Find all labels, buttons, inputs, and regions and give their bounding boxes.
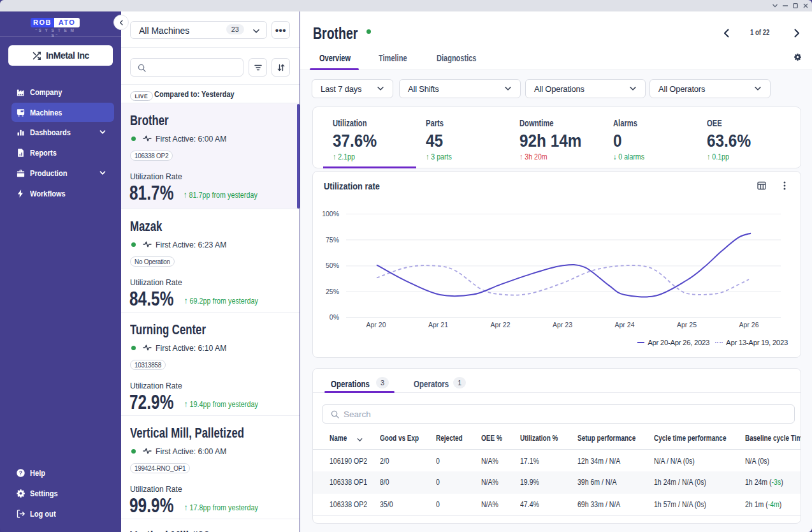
svg-text:Apr 26: Apr 26 — [739, 321, 759, 329]
svg-text:Apr 22: Apr 22 — [491, 321, 511, 329]
svg-text:75%: 75% — [326, 236, 339, 244]
svg-text:0%: 0% — [330, 313, 339, 321]
svg-text:50%: 50% — [326, 262, 339, 269]
svg-text:Apr 24: Apr 24 — [615, 321, 635, 329]
svg-text:Apr 20: Apr 20 — [366, 321, 386, 329]
svg-text:Apr 25: Apr 25 — [677, 321, 697, 329]
svg-text:Apr 23: Apr 23 — [553, 321, 572, 329]
svg-text:100%: 100% — [322, 210, 339, 218]
svg-text:25%: 25% — [326, 288, 339, 295]
svg-text:Apr 21: Apr 21 — [428, 321, 448, 329]
